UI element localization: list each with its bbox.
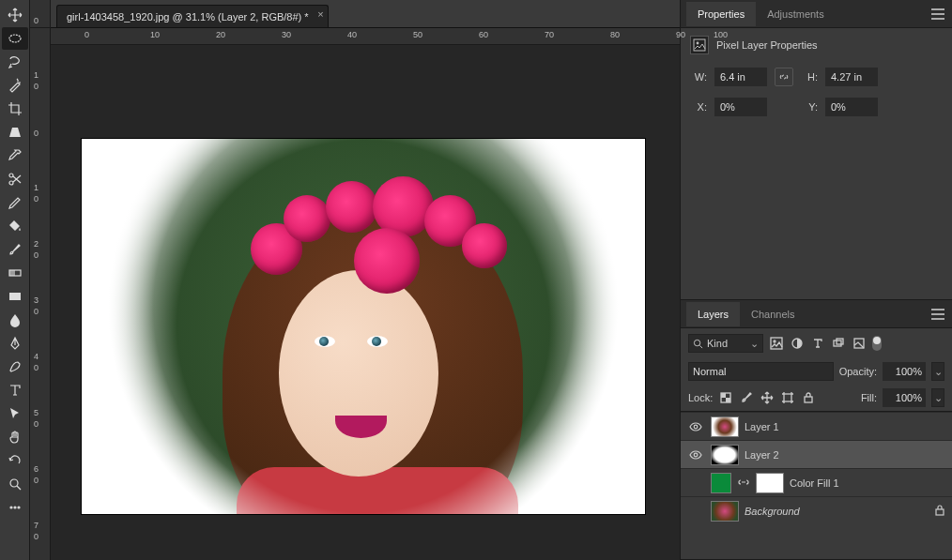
filter-type-icon[interactable] xyxy=(810,336,825,351)
svg-point-7 xyxy=(14,507,16,508)
layer-link-icon[interactable] xyxy=(737,476,750,491)
layer-row[interactable]: Color Fill 1 xyxy=(681,468,952,496)
svg-point-23 xyxy=(694,425,698,429)
panel-menu-icon[interactable] xyxy=(931,309,944,320)
hand-tool[interactable] xyxy=(2,426,28,448)
width-label: W: xyxy=(690,71,707,83)
tab-layers[interactable]: Layers xyxy=(686,302,740,326)
fill-input[interactable] xyxy=(883,388,926,407)
filter-toggle[interactable] xyxy=(872,336,882,351)
svg-point-0 xyxy=(9,35,21,42)
filter-shape-icon[interactable] xyxy=(831,336,846,351)
marquee-ellipse-tool[interactable] xyxy=(2,27,28,50)
blend-mode-select[interactable]: Normal xyxy=(688,362,834,381)
lock-image-icon[interactable] xyxy=(739,390,754,405)
layer-name[interactable]: Layer 1 xyxy=(745,421,946,432)
layer-name[interactable]: Background xyxy=(745,506,928,517)
layer-visibility-icon[interactable] xyxy=(686,448,705,462)
svg-point-13 xyxy=(774,341,775,342)
svg-rect-22 xyxy=(805,397,812,402)
properties-header: Pixel Layer Properties xyxy=(690,36,943,54)
svg-rect-16 xyxy=(837,339,843,344)
tab-adjustments[interactable]: Adjustments xyxy=(756,2,836,26)
filter-smartobject-icon[interactable] xyxy=(852,336,867,351)
move-tool[interactable] xyxy=(2,4,28,26)
panel-menu-icon[interactable] xyxy=(931,8,944,20)
svg-point-11 xyxy=(694,340,699,345)
svg-point-5 xyxy=(10,479,18,487)
type-tool[interactable] xyxy=(2,379,28,401)
filter-adjustment-icon[interactable] xyxy=(790,336,805,351)
opacity-caret-icon[interactable]: ⌄ xyxy=(931,362,944,381)
rotate-view-tool[interactable] xyxy=(2,449,28,472)
photo-vignette xyxy=(82,139,645,514)
layer-thumbnail xyxy=(711,501,739,522)
document-tabbar: girl-1403458_1920.jpg @ 31.1% (Layer 2, … xyxy=(51,0,680,28)
freeform-pen-tool[interactable] xyxy=(2,356,28,378)
layer-filter-bar: Kind ⌄ xyxy=(681,328,952,358)
svg-point-1 xyxy=(9,174,13,177)
paint-bucket-tool[interactable] xyxy=(2,215,28,237)
pencil-tool[interactable] xyxy=(2,191,28,214)
opacity-label: Opacity: xyxy=(839,366,877,377)
vertical-ruler-column: 0100102030405060708090 xyxy=(30,0,51,560)
height-label: H: xyxy=(801,71,818,83)
fill-label: Fill: xyxy=(861,392,877,403)
lock-artboard-icon[interactable] xyxy=(780,390,795,405)
toolbar-more[interactable] xyxy=(2,496,28,519)
layer-name[interactable]: Layer 2 xyxy=(745,449,946,461)
path-selection-tool[interactable] xyxy=(2,402,28,425)
pen-tool[interactable] xyxy=(2,332,28,355)
svg-point-24 xyxy=(694,453,698,457)
lock-position-icon[interactable] xyxy=(760,390,775,405)
svg-point-2 xyxy=(9,181,13,185)
svg-point-8 xyxy=(18,507,20,508)
layer-row[interactable]: Layer 1 xyxy=(681,412,952,440)
x-input[interactable] xyxy=(714,98,767,116)
layer-name[interactable]: Color Fill 1 xyxy=(790,477,946,489)
layer-visibility-icon[interactable] xyxy=(686,420,705,433)
scissors-tool[interactable] xyxy=(2,168,28,190)
gradient-tool[interactable] xyxy=(2,262,28,284)
blur-tool[interactable] xyxy=(2,309,28,331)
lock-transparency-icon[interactable] xyxy=(718,390,733,405)
vertical-ruler[interactable]: 0100102030405060708090 xyxy=(30,28,51,560)
layer-thumbnail xyxy=(711,473,731,493)
filter-pixel-icon[interactable] xyxy=(769,336,784,351)
fill-caret-icon[interactable]: ⌄ xyxy=(931,388,944,407)
eyedropper-tool[interactable] xyxy=(2,144,28,167)
width-input[interactable] xyxy=(714,68,767,86)
zoom-tool[interactable] xyxy=(2,473,28,495)
svg-rect-3 xyxy=(9,270,21,276)
layer-row[interactable]: Background xyxy=(681,496,952,524)
height-input[interactable] xyxy=(825,68,878,86)
lasso-tool[interactable] xyxy=(2,51,28,73)
canvas[interactable] xyxy=(51,45,680,560)
close-icon[interactable]: × xyxy=(317,8,323,20)
document-tab[interactable]: girl-1403458_1920.jpg @ 31.1% (Layer 2, … xyxy=(56,5,329,27)
brush-tool[interactable] xyxy=(2,238,28,261)
lock-label: Lock: xyxy=(688,392,713,403)
x-label: X: xyxy=(690,101,707,113)
tool-palette xyxy=(0,0,30,560)
tab-channels[interactable]: Channels xyxy=(740,302,806,326)
y-input[interactable] xyxy=(825,98,878,116)
svg-rect-25 xyxy=(936,509,944,515)
tab-properties[interactable]: Properties xyxy=(686,2,756,26)
document-tab-title: girl-1403458_1920.jpg @ 31.1% (Layer 2, … xyxy=(67,11,309,23)
pixel-layer-icon xyxy=(690,36,709,54)
horizontal-ruler[interactable]: 0102030405060708090100 xyxy=(51,28,680,45)
lock-all-icon[interactable] xyxy=(801,390,816,405)
magic-wand-tool[interactable] xyxy=(2,74,28,97)
layer-filter-select[interactable]: Kind ⌄ xyxy=(688,334,763,353)
opacity-input[interactable] xyxy=(883,362,926,381)
layer-row[interactable]: Layer 2 xyxy=(681,440,952,468)
link-dimensions-icon[interactable] xyxy=(775,68,793,86)
perspective-crop-tool[interactable] xyxy=(2,121,28,144)
properties-title: Pixel Layer Properties xyxy=(716,39,818,51)
layer-thumbnail xyxy=(711,416,739,437)
properties-panel: Properties Adjustments Pixel Layer Prope… xyxy=(681,0,952,300)
filter-type-label: Kind xyxy=(707,338,728,349)
crop-tool[interactable] xyxy=(2,98,28,120)
rectangle-tool[interactable] xyxy=(2,285,28,308)
